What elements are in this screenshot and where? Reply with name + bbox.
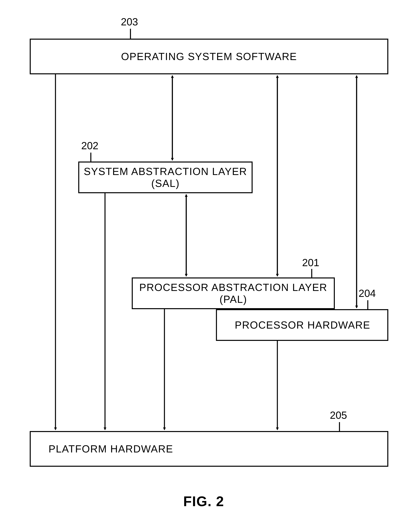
diagram-stage: OPERATING SYSTEM SOFTWARE SYSTEM ABSTRAC… — [0, 0, 420, 523]
arrows-svg — [0, 0, 420, 523]
